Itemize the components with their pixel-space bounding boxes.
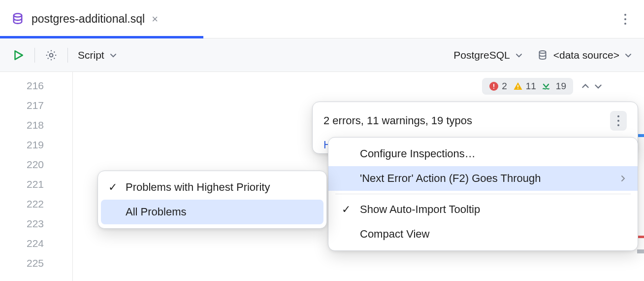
typo-icon: [542, 81, 553, 91]
line-number: 222: [0, 194, 72, 214]
typo-count: 19: [556, 81, 566, 92]
line-number: 224: [0, 234, 72, 253]
script-label: Script: [78, 49, 104, 61]
check-icon: ✓: [339, 203, 353, 216]
toolbar-divider: [67, 48, 68, 63]
line-number: 218: [0, 115, 72, 135]
menu-show-auto-import-tooltip[interactable]: ✓ Show Auto-Import Tooltip: [328, 197, 638, 222]
menu-separator: [335, 194, 631, 194]
inspection-summary: 2 11 19: [482, 78, 604, 95]
warning-icon: [513, 81, 523, 91]
database-icon: [537, 49, 548, 61]
run-icon[interactable]: [12, 49, 25, 62]
svg-rect-7: [517, 88, 518, 89]
line-number: 217: [0, 96, 72, 115]
submenu-all-problems[interactable]: All Problems: [101, 200, 323, 224]
line-number: 221: [0, 175, 72, 194]
svg-rect-6: [517, 85, 518, 87]
svg-rect-4: [493, 84, 494, 87]
menu-next-error-goes-through[interactable]: 'Next Error' Action (F2) Goes Through: [328, 166, 638, 191]
editor-tab[interactable]: postgres-additional.sql ×: [0, 0, 169, 38]
settings-icon[interactable]: [45, 49, 58, 62]
toolbar-divider: [34, 48, 35, 63]
line-gutter: 216 217 218 219 220 221 222 223 224 225: [0, 72, 73, 281]
error-count: 2: [502, 81, 507, 92]
chevron-down-icon: [109, 51, 117, 59]
submenu-highest-priority[interactable]: ✓ Problems with Highest Priority: [101, 175, 323, 200]
editor-toolbar: Script PostgreSQL <data source>: [0, 38, 644, 72]
marker-scrollbar-thumb[interactable]: [637, 249, 644, 253]
chevron-right-icon: [619, 175, 627, 182]
tab-active-indicator: [0, 36, 203, 38]
line-number: 220: [0, 155, 72, 175]
svg-rect-5: [493, 88, 494, 89]
chevron-down-icon: [515, 51, 523, 59]
next-error-submenu: ✓ Problems with Highest Priority All Pro…: [97, 171, 327, 229]
next-highlight-button[interactable]: [593, 81, 604, 92]
svg-point-0: [14, 13, 22, 17]
datasource-selector[interactable]: <data source>: [537, 49, 632, 61]
marker-error[interactable]: [637, 236, 644, 238]
line-number: 223: [0, 214, 72, 234]
script-mode-selector[interactable]: Script: [78, 49, 117, 61]
inspection-pill[interactable]: 2 11 19: [482, 78, 573, 95]
menu-compact-view[interactable]: Compact View: [328, 222, 638, 246]
line-number: 225: [0, 253, 72, 273]
error-stripe[interactable]: [637, 72, 644, 281]
dialect-label: PostgreSQL: [453, 49, 510, 61]
menu-configure-inspections[interactable]: Configure Inspections…: [328, 141, 638, 166]
chevron-down-icon: [624, 51, 632, 59]
tab-bar: postgres-additional.sql ×: [0, 0, 644, 38]
problems-popup-menu-button[interactable]: [610, 111, 627, 131]
problems-summary-text: 2 errors, 11 warnings, 19 typos: [323, 114, 610, 127]
database-icon: [11, 12, 25, 26]
warning-count: 11: [526, 81, 536, 92]
close-icon[interactable]: ×: [152, 13, 158, 26]
error-icon: [489, 81, 499, 91]
line-number: 219: [0, 135, 72, 155]
dialect-selector[interactable]: PostgreSQL: [453, 49, 522, 61]
tab-overflow-menu[interactable]: [618, 12, 632, 26]
problems-context-menu: Configure Inspections… 'Next Error' Acti…: [328, 137, 638, 251]
datasource-label: <data source>: [553, 49, 619, 61]
tab-filename: postgres-additional.sql: [32, 12, 145, 26]
svg-point-1: [50, 53, 53, 57]
line-number: 216: [0, 76, 72, 96]
prev-highlight-button[interactable]: [580, 81, 591, 92]
check-icon: ✓: [106, 181, 120, 194]
svg-point-2: [539, 50, 546, 53]
